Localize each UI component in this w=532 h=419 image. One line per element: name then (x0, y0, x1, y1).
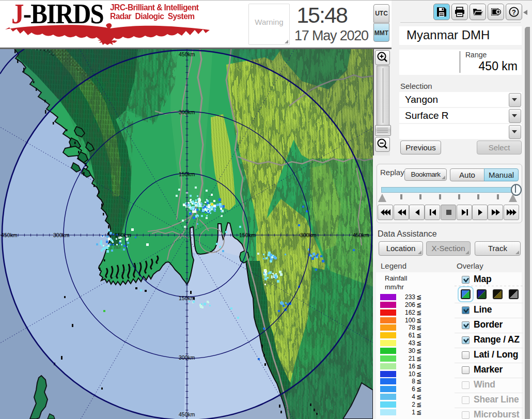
svg-text:450km: 450km (179, 411, 195, 417)
svg-text:150km: 150km (115, 232, 131, 238)
svg-text:300km: 300km (300, 232, 317, 238)
svg-text:150km: 150km (179, 171, 195, 177)
svg-text:150km: 150km (179, 295, 195, 301)
svg-text:450km: 450km (179, 51, 195, 57)
svg-text:450km: 450km (353, 232, 369, 238)
svg-text:150km: 150km (239, 232, 256, 238)
svg-text:450km: 450km (1, 232, 18, 238)
svg-text:?: ? (512, 8, 516, 16)
svg-text:300km: 300km (179, 109, 195, 115)
svg-text:300km: 300km (179, 354, 195, 361)
svg-text:300km: 300km (53, 232, 70, 238)
